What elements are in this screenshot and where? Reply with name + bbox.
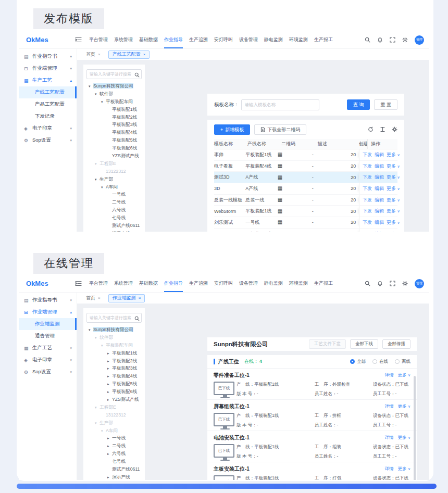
- tree-node[interactable]: ▸平板装配3线: [86, 364, 142, 372]
- publish-link[interactable]: 下发: [363, 185, 372, 192]
- edit-link[interactable]: 编辑: [375, 163, 384, 170]
- qrcode-icon[interactable]: ▦: [278, 231, 282, 232]
- table-row[interactable]: 电子看板 平板装配4线 ▦ - 20 下发 编辑 更多 ∨: [214, 161, 397, 172]
- close-icon[interactable]: ×: [98, 296, 101, 300]
- table-row[interactable]: 112xq 平板装配1线 ▦ - 20 下发 编辑 更多 ∨: [214, 229, 397, 232]
- tree-node[interactable]: ▾软件部: [86, 90, 142, 98]
- close-icon[interactable]: ×: [98, 52, 101, 57]
- sidebar-item[interactable]: Sop设置 ▾: [19, 134, 77, 146]
- tree-expand-icon[interactable]: ▾: [89, 83, 93, 90]
- qrcode-icon[interactable]: ▦: [278, 163, 282, 169]
- edit-link[interactable]: 编辑: [375, 208, 384, 214]
- tab[interactable]: 首页 ×: [82, 294, 104, 302]
- tree-expand-icon[interactable]: ▾: [101, 342, 106, 349]
- tree-node[interactable]: ▾A车间: [86, 183, 142, 191]
- sidebar-item[interactable]: 作业指导书 ▾: [19, 50, 77, 62]
- detail-link[interactable]: 详情: [385, 372, 394, 378]
- tree-node[interactable]: 六号线: [86, 206, 142, 214]
- tree-expand-icon[interactable]: ▾: [101, 184, 106, 191]
- sidebar-item[interactable]: 电子印章 ▾: [19, 122, 77, 134]
- tree-expand-icon[interactable]: ▸: [107, 388, 112, 396]
- more-link[interactable]: 更多 ∨: [398, 403, 411, 410]
- nav-item[interactable]: 设备管理: [239, 31, 258, 48]
- fullscreen-icon[interactable]: [390, 37, 395, 43]
- search-button[interactable]: 查 询: [347, 99, 370, 110]
- app-logo[interactable]: OkMes: [19, 280, 73, 287]
- edit-link[interactable]: 编辑: [375, 174, 384, 181]
- sidebar-item[interactable]: 生产工艺 ▾: [19, 342, 77, 354]
- action-button[interactable]: 工艺文件下发: [309, 339, 346, 349]
- sidebar-item[interactable]: 作业端管理 ▴: [19, 306, 77, 318]
- tree-expand-icon[interactable]: ▾: [89, 326, 93, 334]
- more-link[interactable]: 更多 ∨: [387, 197, 400, 204]
- radio-option[interactable]: 离线: [395, 359, 410, 365]
- tree-node[interactable]: ▾A车间: [86, 427, 142, 435]
- publish-link[interactable]: 下发: [363, 151, 372, 158]
- tree-node[interactable]: YZS测试产线: [86, 152, 142, 160]
- tree-node[interactable]: ▸二号线: [86, 442, 142, 450]
- tree-node[interactable]: 13122312: [86, 411, 142, 419]
- tree-node[interactable]: 演示产线: [86, 230, 142, 232]
- more-link[interactable]: 更多 ∨: [387, 151, 400, 158]
- action-button[interactable]: 全部停播: [382, 339, 410, 349]
- table-row[interactable]: 刘乐测试 一号线 ▦ - 20 下发 编辑 更多 ∨: [214, 217, 397, 229]
- tree-expand-icon[interactable]: ▸: [107, 373, 112, 380]
- more-link[interactable]: 更多 ∨: [398, 372, 411, 378]
- collapse-menu-icon[interactable]: [75, 281, 82, 286]
- more-link[interactable]: 更多 ∨: [387, 174, 400, 181]
- sidebar-item[interactable]: 通告管理: [19, 330, 77, 342]
- more-link[interactable]: 更多 ∨: [387, 219, 400, 226]
- more-link[interactable]: 更多 ∨: [398, 435, 411, 441]
- bell-icon[interactable]: [377, 281, 383, 286]
- tree-node[interactable]: 平板装配1线: [86, 106, 142, 113]
- nav-item[interactable]: 生产报工: [314, 31, 333, 48]
- table-row[interactable]: WebStorm 平板装配1线 ▦ - 20 下发 编辑 更多 ∨: [214, 206, 397, 217]
- tree-expand-icon[interactable]: ▾: [95, 420, 99, 427]
- qrcode-icon[interactable]: ▦: [278, 174, 282, 180]
- sidebar-item[interactable]: 产品工艺配置: [19, 98, 77, 110]
- tab[interactable]: 作业端监测 ×: [108, 294, 145, 302]
- publish-link[interactable]: 下发: [363, 174, 372, 181]
- nav-item[interactable]: 静电监测: [264, 275, 283, 292]
- tree-node[interactable]: ▸平板装配6线: [86, 388, 142, 396]
- tree-expand-icon[interactable]: ▸: [107, 450, 112, 458]
- tree-node[interactable]: ▾软件部: [86, 334, 142, 342]
- refresh-icon[interactable]: [368, 125, 374, 134]
- tree-node[interactable]: 七号线: [86, 458, 142, 465]
- nav-item[interactable]: 安灯呼叫: [214, 31, 233, 48]
- collapse-menu-icon[interactable]: [75, 37, 82, 43]
- tree-node[interactable]: 13122312: [86, 168, 142, 175]
- nav-item[interactable]: 平台管理: [89, 275, 108, 292]
- app-logo[interactable]: OkMes: [19, 36, 73, 44]
- tree-expand-icon[interactable]: ▸: [107, 474, 112, 480]
- tree-node[interactable]: ▸六号线: [86, 450, 142, 458]
- fullscreen-icon[interactable]: [390, 281, 395, 286]
- tree-node[interactable]: ▾平板装配车间: [86, 342, 142, 349]
- tree-node[interactable]: ▸平板装配5线: [86, 380, 142, 388]
- nav-item[interactable]: 生产追溯: [189, 275, 208, 292]
- nav-item[interactable]: 环境监测: [289, 275, 308, 292]
- tree-expand-icon[interactable]: ▸: [107, 358, 112, 365]
- more-link[interactable]: 更多 ∨: [398, 466, 411, 472]
- tree-expand-icon[interactable]: ▸: [107, 435, 112, 442]
- tree-expand-icon[interactable]: ▸: [107, 443, 112, 450]
- column-density-icon[interactable]: [380, 125, 385, 134]
- tree-node[interactable]: ▸平板装配2线: [86, 357, 142, 365]
- tree-node[interactable]: ▸平板装配1线: [86, 349, 142, 357]
- publish-link[interactable]: 下发: [363, 231, 372, 232]
- tree-node[interactable]: ▸一号线: [86, 434, 142, 442]
- tree-node[interactable]: ▾平板装配车间: [86, 98, 142, 106]
- sidebar-item[interactable]: 作业端监测: [19, 318, 77, 330]
- tree-expand-icon[interactable]: ▾: [95, 160, 99, 168]
- gear-icon[interactable]: [402, 281, 408, 286]
- tree-node[interactable]: 一号线: [86, 191, 142, 198]
- sidebar-item[interactable]: Sop设置 ▾: [19, 366, 77, 378]
- sidebar-item[interactable]: 电子印章 ▾: [19, 354, 77, 366]
- bell-icon[interactable]: [377, 37, 383, 43]
- tree-expand-icon[interactable]: ▾: [95, 176, 99, 183]
- table-row[interactable]: 测试3D A产线 ▦ - 20 下发 编辑 更多 ∨: [214, 172, 397, 183]
- tree-node[interactable]: 七号线: [86, 214, 142, 222]
- edit-link[interactable]: 编辑: [375, 197, 384, 204]
- more-link[interactable]: 更多 ∨: [387, 163, 400, 170]
- publish-link[interactable]: 下发: [363, 208, 372, 214]
